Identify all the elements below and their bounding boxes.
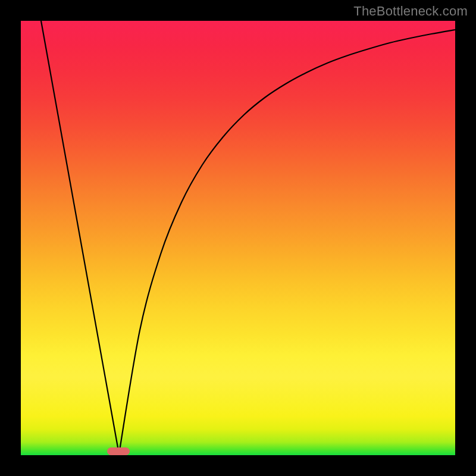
curve-left-segment xyxy=(41,21,119,454)
chart-frame: TheBottleneck.com xyxy=(0,0,476,476)
optimum-marker xyxy=(107,447,130,455)
curve-right-segment xyxy=(119,30,455,454)
watermark-text: TheBottleneck.com xyxy=(353,4,468,19)
plot-area xyxy=(21,21,455,455)
bottleneck-curve xyxy=(21,21,455,455)
